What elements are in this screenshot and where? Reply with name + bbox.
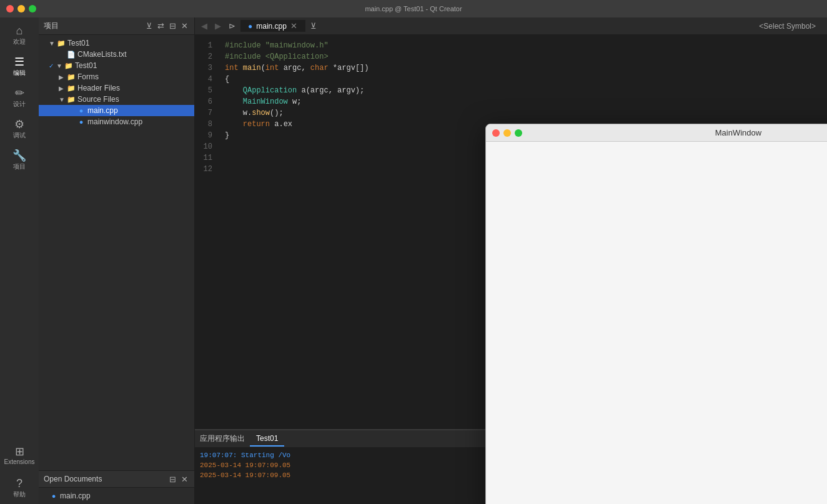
output-title: 应用程序输出 bbox=[200, 433, 245, 444]
editor-area: ◀ ▶ ⊳ ● main.cpp ✕ ⊻ <Select Symbol> 1 2… bbox=[195, 17, 827, 504]
app-maximize-button[interactable] bbox=[515, 129, 522, 137]
edit-icon: ☰ bbox=[14, 56, 24, 67]
forward-icon[interactable]: ▶ bbox=[212, 20, 224, 32]
tab-expand-icon[interactable]: ⊻ bbox=[308, 20, 319, 32]
code-line-9: w.show(); bbox=[225, 107, 827, 119]
sidebar-item-project[interactable]: 🔧 项目 bbox=[0, 145, 39, 176]
filter-icon[interactable]: ⊻ bbox=[145, 21, 154, 31]
tree-item-cmakelists[interactable]: 📄 CMakeLists.txt bbox=[39, 49, 194, 60]
maximize-button[interactable] bbox=[29, 5, 36, 12]
tree-item-mainwindow-cpp[interactable]: ● mainwindow.cpp bbox=[39, 116, 194, 127]
tree-item-forms[interactable]: ▶ 📁 Forms bbox=[39, 71, 194, 82]
sidebar: ⌂ 欢迎 ☰ 编辑 ✏ 设计 ⚙ 调试 🔧 项目 ⊞ Extensions ? … bbox=[0, 17, 39, 504]
minimize-button[interactable] bbox=[17, 5, 25, 12]
home-icon: ⌂ bbox=[16, 25, 23, 36]
code-line-3: #include <QApplication> bbox=[225, 51, 827, 62]
file-panel: 项目 ⊻ ⇄ ⊟ ✕ ▼ 📁 Test01 📄 CMakeLists.txt bbox=[39, 17, 195, 504]
sidebar-item-extensions[interactable]: ⊞ Extensions bbox=[0, 441, 39, 470]
split-icon[interactable]: ⊟ bbox=[168, 21, 177, 31]
window-controls bbox=[6, 5, 36, 12]
close-panel-icon[interactable]: ✕ bbox=[180, 21, 189, 31]
app-close-button[interactable] bbox=[492, 129, 500, 137]
help-icon: ? bbox=[16, 478, 22, 489]
tab-filename: main.cpp bbox=[256, 22, 287, 31]
sidebar-item-help[interactable]: ? 帮助 bbox=[0, 473, 39, 504]
sync-icon[interactable]: ⇄ bbox=[156, 21, 166, 31]
editor-toolbar: ◀ ▶ ⊳ ● main.cpp ✕ ⊻ <Select Symbol> bbox=[195, 17, 827, 35]
window-title: main.cpp @ Test01 - Qt Creator bbox=[365, 5, 462, 12]
code-line-8: MainWindow w; bbox=[225, 96, 827, 107]
open-doc-main-cpp[interactable]: ● main.cpp bbox=[39, 490, 194, 502]
app-window-body bbox=[486, 142, 827, 504]
file-tree: ▼ 📁 Test01 📄 CMakeLists.txt ✓ ▼ 📁 Test01 bbox=[39, 35, 194, 470]
tab-bar: ● main.cpp ✕ ⊻ bbox=[240, 20, 749, 32]
app-window: MainWindow bbox=[485, 124, 827, 504]
title-bar: main.cpp @ Test01 - Qt Creator bbox=[0, 0, 827, 17]
symbol-select-label: <Select Symbol> bbox=[759, 22, 816, 31]
line-numbers: 1 2 3 4 5 6 7 8 9 10 11 12 bbox=[195, 35, 220, 429]
symbol-select-box[interactable]: <Select Symbol> bbox=[751, 22, 823, 31]
app-minimize-button[interactable] bbox=[503, 129, 511, 137]
tree-item-source-files[interactable]: ▼ 📁 Source Files bbox=[39, 94, 194, 105]
close-button[interactable] bbox=[6, 5, 14, 12]
open-docs-list: ● main.cpp bbox=[39, 488, 194, 504]
design-icon: ✏ bbox=[15, 87, 24, 99]
main-layout: ⌂ 欢迎 ☰ 编辑 ✏ 设计 ⚙ 调试 🔧 项目 ⊞ Extensions ? … bbox=[0, 17, 827, 504]
extensions-icon: ⊞ bbox=[15, 446, 24, 457]
code-line-1: #include "mainwindow.h" bbox=[225, 40, 827, 51]
open-docs-actions: ⊟ ✕ bbox=[168, 475, 189, 484]
sidebar-item-design[interactable]: ✏ 设计 bbox=[0, 82, 39, 114]
wrench-icon: 🔧 bbox=[12, 150, 26, 161]
app-window-titlebar: MainWindow bbox=[486, 124, 827, 142]
bookmark-icon[interactable]: ⊳ bbox=[226, 20, 238, 32]
file-panel-title: 项目 bbox=[44, 21, 59, 31]
app-window-controls bbox=[492, 129, 522, 137]
tree-item-test01-sub[interactable]: ✓ ▼ 📁 Test01 bbox=[39, 60, 194, 71]
output-tab-test01[interactable]: Test01 bbox=[250, 432, 284, 447]
code-line-5: int main(int argc, char *argv[]) bbox=[225, 62, 827, 74]
open-docs-expand-icon[interactable]: ⊟ bbox=[168, 475, 177, 484]
tree-item-main-cpp[interactable]: ● main.cpp bbox=[39, 105, 194, 116]
code-line-6: { bbox=[225, 74, 827, 85]
debug-icon: ⚙ bbox=[14, 119, 24, 130]
code-line-7: QApplication a(argc, argv); bbox=[225, 85, 827, 96]
sidebar-item-debug[interactable]: ⚙ 调试 bbox=[0, 114, 39, 145]
back-icon[interactable]: ◀ bbox=[199, 20, 210, 32]
sidebar-item-edit[interactable]: ☰ 编辑 bbox=[0, 51, 39, 82]
app-window-title: MainWindow bbox=[715, 128, 761, 137]
file-panel-actions: ⊻ ⇄ ⊟ ✕ bbox=[145, 21, 189, 31]
file-panel-header: 项目 ⊻ ⇄ ⊟ ✕ bbox=[39, 17, 194, 35]
tree-item-header-files[interactable]: ▶ 📁 Header Files bbox=[39, 82, 194, 94]
tab-close-icon[interactable]: ✕ bbox=[290, 21, 297, 31]
sidebar-item-welcome[interactable]: ⌂ 欢迎 bbox=[0, 20, 39, 51]
open-docs-title: Open Documents bbox=[44, 475, 102, 483]
tab-file-icon: ● bbox=[248, 22, 252, 31]
editor-tab-main-cpp[interactable]: ● main.cpp ✕ bbox=[240, 20, 305, 32]
open-docs-header: Open Documents ⊟ ✕ bbox=[39, 470, 194, 488]
tree-item-test01-root[interactable]: ▼ 📁 Test01 bbox=[39, 37, 194, 49]
open-docs-close-icon[interactable]: ✕ bbox=[180, 475, 189, 484]
